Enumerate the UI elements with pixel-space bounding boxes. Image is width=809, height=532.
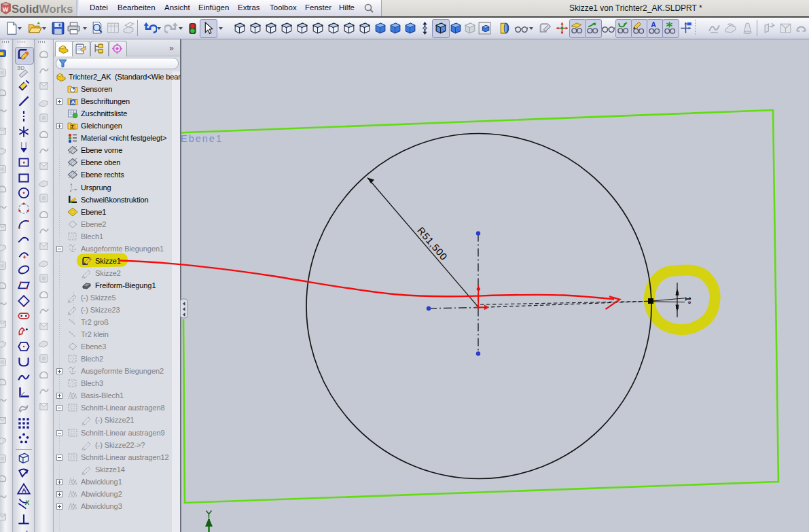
svg-text:W: W xyxy=(3,6,9,13)
